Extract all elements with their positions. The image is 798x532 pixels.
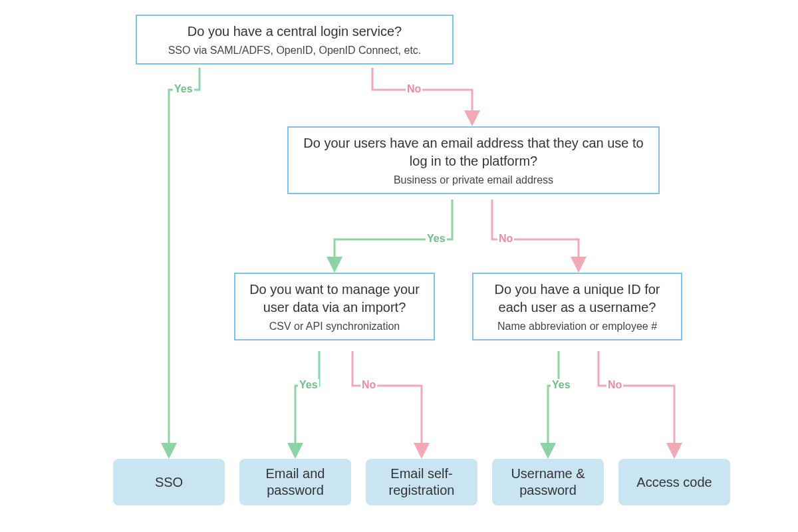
outcome-label: SSO <box>155 474 183 491</box>
question-subtitle: CSV or API synchronization <box>245 321 424 332</box>
outcome-label: Email and password <box>245 466 346 499</box>
outcome-access-code: Access code <box>618 459 730 505</box>
edge-label-no: No <box>497 233 514 245</box>
question-unique-id: Do you have a unique ID for each user as… <box>472 273 682 340</box>
question-central-login: Do you have a central login service? SSO… <box>136 15 454 65</box>
question-manage-import: Do you want to manage your user data via… <box>234 273 435 340</box>
edge-uniqueid-yes <box>548 351 559 455</box>
edge-import-yes <box>295 351 319 455</box>
outcome-label: Email self-registration <box>371 466 472 499</box>
outcome-email-self-registration: Email self-registration <box>366 459 477 505</box>
edge-label-no: No <box>606 379 623 391</box>
outcome-label: Access code <box>636 474 712 491</box>
edge-import-no <box>352 351 422 455</box>
edge-label-yes: Yes <box>298 379 319 391</box>
question-text: Do your users have an email address that… <box>298 134 649 170</box>
outcome-email-password: Email and password <box>239 459 351 505</box>
question-text: Do you have a unique ID for each user as… <box>483 281 672 317</box>
edge-label-no: No <box>406 83 422 95</box>
edge-label-yes: Yes <box>173 83 194 95</box>
question-email-address: Do your users have an email address that… <box>287 126 660 194</box>
edge-root-no <box>372 68 472 122</box>
edge-uniqueid-no <box>598 351 674 455</box>
question-subtitle: SSO via SAML/ADFS, OpenID, OpenID Connec… <box>146 45 443 57</box>
flow-connectors <box>0 0 798 532</box>
edge-label-no: No <box>360 379 377 391</box>
question-text: Do you have a central login service? <box>146 23 443 41</box>
question-subtitle: Name abbreviation or employee # <box>483 321 672 332</box>
edge-label-yes: Yes <box>426 233 447 245</box>
outcome-sso: SSO <box>113 459 225 505</box>
outcome-username-password: Username & password <box>492 459 604 505</box>
outcome-label: Username & password <box>497 466 598 499</box>
edge-label-yes: Yes <box>551 379 572 391</box>
question-text: Do you want to manage your user data via… <box>245 281 424 317</box>
edge-root-yes <box>169 68 200 455</box>
question-subtitle: Business or private email address <box>298 174 649 186</box>
